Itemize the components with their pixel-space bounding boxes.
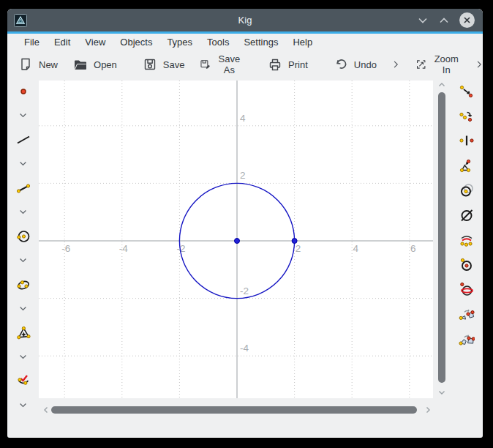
close-button[interactable]: [459, 12, 475, 28]
h-scroll-thumb[interactable]: [51, 406, 417, 414]
circle-tool[interactable]: [7, 224, 39, 248]
similitude-icon: [459, 306, 475, 322]
toolbar-button-label: New: [39, 59, 58, 70]
point-icon: [15, 83, 31, 100]
circle-tool-expander[interactable]: [7, 248, 39, 272]
window-title: Kig: [7, 15, 483, 26]
polygon-tool[interactable]: [7, 321, 39, 345]
y-axis-label: -2: [240, 285, 249, 296]
new-document-icon: [18, 56, 34, 72]
chevron-right-small-icon: [391, 59, 401, 70]
toolbar-button-label: Zoom In: [432, 53, 460, 75]
v-scroll-down-button[interactable]: [437, 388, 446, 397]
chevron-down-icon: [17, 109, 29, 122]
conic-tool[interactable]: [7, 272, 39, 296]
projective-rotation-tool[interactable]: [451, 277, 483, 302]
titlebar[interactable]: Kig: [7, 9, 483, 31]
line-icon: [15, 132, 31, 148]
point-tool[interactable]: [7, 79, 39, 103]
menu-types[interactable]: Types: [159, 35, 200, 49]
chevron-right-small-icon: [474, 59, 483, 70]
projectivity-tool[interactable]: [451, 326, 483, 351]
chevron-down-icon: [17, 399, 29, 411]
open-folder-icon: [72, 56, 89, 72]
menu-view[interactable]: View: [78, 35, 113, 49]
menu-tools[interactable]: Tools: [200, 35, 236, 49]
scale-icon: [459, 157, 475, 173]
conic-icon: [15, 277, 31, 293]
x-axis-label: 6: [410, 243, 416, 254]
conic-tool-expander[interactable]: [7, 296, 39, 321]
toolbar-button-label: Undo: [354, 59, 377, 70]
kig-window: Kig FileEditViewObjectsTypesToolsSetting…: [7, 9, 483, 438]
vertical-scrollbar[interactable]: [437, 81, 447, 398]
point-reflection-icon: [459, 132, 475, 149]
new-button[interactable]: New: [10, 53, 65, 76]
menubar: FileEditViewObjectsTypesToolsSettingsHel…: [7, 34, 483, 50]
segment-tool-expander[interactable]: [7, 200, 39, 224]
harmonic-homology-tool[interactable]: [451, 228, 483, 253]
h-scroll-left-button[interactable]: [42, 406, 50, 414]
scale-tool[interactable]: [451, 153, 483, 178]
print-button[interactable]: Print: [260, 53, 315, 76]
translate-tool[interactable]: [451, 79, 483, 104]
harmonic-icon: [459, 232, 475, 248]
test-tool[interactable]: [7, 369, 39, 393]
toolbar-button-label: Print: [288, 59, 308, 70]
save-button[interactable]: Save: [135, 53, 192, 76]
line-tool-expander[interactable]: [7, 152, 39, 176]
undo-button[interactable]: Undo: [325, 53, 384, 76]
save-as-icon: [199, 56, 211, 72]
kig-canvas[interactable]: -6-4-2246-4-224: [39, 81, 433, 398]
v-scroll-up-button[interactable]: [437, 81, 446, 89]
print-icon: [267, 56, 283, 72]
chevron-left-icon: [42, 406, 50, 414]
point-tool-expander[interactable]: [7, 103, 39, 127]
line-tool[interactable]: [7, 127, 39, 152]
segment-icon: [15, 180, 31, 196]
test-tool-expander[interactable]: [7, 393, 39, 417]
v-scroll-thumb[interactable]: [438, 92, 445, 383]
zoom-in-icon: [415, 56, 427, 72]
segment-tool[interactable]: [7, 176, 39, 200]
menu-file[interactable]: File: [17, 35, 47, 49]
geometry-point[interactable]: [292, 239, 297, 244]
zoom-in-button[interactable]: Zoom In: [407, 53, 467, 76]
x-axis-label: 4: [353, 243, 358, 254]
menu-objects[interactable]: Objects: [113, 35, 159, 49]
similitude-tool[interactable]: [451, 302, 483, 326]
inversion-circle-tool[interactable]: [451, 253, 483, 277]
open-button[interactable]: Open: [65, 53, 124, 76]
rotate-tool[interactable]: [451, 104, 483, 129]
desktop: { "window": { "title": "Kig" }, "titleba…: [0, 0, 493, 448]
x-axis-label: -4: [119, 243, 128, 254]
geometry-point[interactable]: [235, 239, 240, 244]
polygon-tool-expander[interactable]: [7, 345, 39, 369]
inversion-tool[interactable]: [451, 203, 483, 228]
h-scroll-right-button[interactable]: [424, 406, 432, 414]
save-as-button[interactable]: Save As: [192, 53, 249, 76]
toolbar-overflow-button[interactable]: [384, 53, 407, 76]
toolbar-button-label: Save: [163, 59, 185, 70]
menu-help[interactable]: Help: [285, 35, 320, 49]
minimize-button[interactable]: [417, 15, 429, 26]
horizontal-scrollbar[interactable]: [39, 404, 433, 416]
maximize-button[interactable]: [438, 15, 450, 26]
menu-settings[interactable]: Settings: [236, 35, 285, 49]
window-controls: [417, 12, 483, 28]
inversion-icon: [459, 207, 475, 223]
chevron-down-icon: [417, 15, 429, 26]
translate-icon: [459, 83, 475, 100]
inversion-circle-icon: [459, 256, 475, 272]
test-check-icon: [15, 373, 31, 389]
point-reflection-tool[interactable]: [451, 129, 483, 154]
chevron-down-icon: [17, 254, 29, 266]
similarity-tool[interactable]: [451, 178, 483, 203]
polygon-icon: [15, 325, 31, 341]
y-axis-label: 2: [240, 170, 246, 181]
similarity-icon: [459, 182, 475, 198]
toolbar-overflow-button[interactable]: [467, 53, 483, 76]
y-axis-label: 4: [240, 113, 246, 124]
y-axis-label: -4: [240, 343, 249, 354]
menu-edit[interactable]: Edit: [47, 35, 78, 49]
